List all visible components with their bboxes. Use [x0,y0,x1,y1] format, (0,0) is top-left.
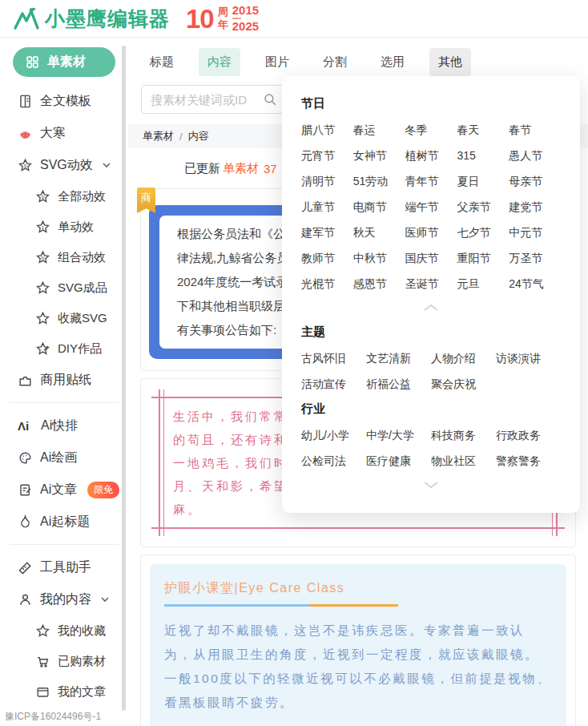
sidebar-item-full-template[interactable]: 全文模板 [0,85,128,117]
category-tag[interactable]: 物业社区 [431,454,496,469]
industry-grid: 幼儿/小学中学/大学科技商务行政政务公检司法医疗健康物业社区警察警务 [301,429,561,469]
category-tag[interactable]: 七夕节 [457,226,509,240]
app-title: 小墨鹰编辑器 [45,6,170,32]
category-tag[interactable]: 重阳节 [457,252,509,266]
sidebar-item-single-material[interactable]: 单素材 [13,47,115,77]
category-tag[interactable]: 女神节 [353,149,405,163]
category-tag[interactable]: 万圣节 [509,252,561,266]
category-tag[interactable]: 清明节 [301,175,353,189]
category-tag[interactable]: 教师节 [301,252,353,266]
category-tag[interactable]: 元旦 [457,277,509,292]
category-tag[interactable]: 科技商务 [431,429,496,443]
theme-grid: 古风怀旧文艺清新人物介绍访谈演讲活动宣传祈福公益聚会庆祝 [301,352,561,392]
app-logo[interactable]: 小墨鹰编辑器 [13,6,170,32]
tab-other[interactable]: 其他 [429,48,471,76]
category-tag[interactable]: 国庆节 [405,252,457,266]
sidebar-item-my-favorites[interactable]: 我的收藏 [0,615,128,646]
category-tag[interactable]: 警察警务 [496,454,561,469]
category-tag[interactable]: 医师节 [405,226,457,240]
sidebar-item-my-content[interactable]: 我的内容 [0,583,128,615]
category-tag[interactable]: 端午节 [405,200,457,215]
category-tag[interactable]: 祈福公益 [366,377,431,392]
expand-chevron-icon[interactable] [301,478,561,492]
sidebar-item-ai-article[interactable]: Ai文章 限免 [0,474,128,506]
anniversary-year-to: 2025 [232,20,259,33]
category-tag[interactable]: 感恩节 [353,277,405,292]
sidebar-item-label: 大寒 [40,125,66,142]
svg-text:S: S [24,163,27,168]
tab-image[interactable]: 图片 [256,48,298,76]
material-card-eyecare[interactable]: 护眼小课堂|Eye Care Class 近视了却不戴眼镜，这岂不是讳疾忌医。专… [140,555,576,726]
sidebar-item-ai-paint[interactable]: Ai绘画 [0,442,128,474]
category-tag[interactable]: 51劳动 [353,175,405,189]
category-tag[interactable]: 青年节 [405,175,457,189]
category-tag[interactable]: 建党节 [509,200,561,215]
category-tag[interactable]: 元宵节 [301,149,353,163]
sidebar-item-dahan[interactable]: 大寒 [0,117,128,149]
sidebar-item-ai-layout[interactable]: Λi Ai快排 [0,409,128,442]
sidebar-item-svg-finished[interactable]: SVG成品 [0,272,128,303]
sidebar-item-diy-works[interactable]: DIY作品 [0,333,128,364]
category-tag[interactable]: 幼儿/小学 [301,429,366,443]
category-tag[interactable]: 腊八节 [301,123,353,138]
category-tag[interactable]: 母亲节 [509,175,561,189]
category-tag[interactable]: 医疗健康 [366,454,431,469]
category-tag[interactable]: 建军节 [301,226,353,240]
category-tag[interactable]: 24节气 [509,277,561,292]
sidebar-item-all-anim[interactable]: S 全部动效 [0,181,128,212]
category-tag[interactable]: 光棍节 [301,277,353,292]
collapse-chevron-icon[interactable] [301,300,561,315]
sidebar-item-purchased[interactable]: 已购素材 [0,646,128,676]
category-tag[interactable]: 秋天 [353,226,405,240]
logo-eagle-icon [13,6,40,30]
tab-title[interactable]: 标题 [141,48,183,76]
category-tag[interactable]: 人物介绍 [431,352,496,366]
category-tag[interactable]: 父亲节 [457,200,509,215]
category-tag[interactable]: 春天 [457,123,509,138]
sidebar-item-single-anim[interactable]: 1 单动效 [0,212,128,242]
search-box[interactable] [141,85,285,114]
category-tag[interactable]: 中元节 [509,226,561,240]
category-tag[interactable]: 春运 [353,123,405,138]
category-tag[interactable]: 315 [457,149,509,163]
svg-text:N: N [41,256,44,260]
search-input[interactable] [149,92,258,107]
category-tag[interactable]: 圣诞节 [405,277,457,292]
search-icon[interactable] [263,92,277,107]
category-tag[interactable]: 电商节 [353,200,405,215]
sidebar-item-label: 我的收藏 [58,623,106,639]
category-tag[interactable]: 植树节 [405,149,457,163]
category-tag[interactable]: 冬季 [405,123,457,138]
sidebar-item-label: 全文模板 [40,93,91,110]
category-tag[interactable]: 文艺清新 [366,352,431,366]
category-tag[interactable]: 活动宣传 [301,377,366,392]
sidebar-scrollbar[interactable] [122,46,126,711]
sidebar-item-stickers[interactable]: 商用贴纸 [0,364,128,396]
sidebar-item-svg-anim[interactable]: S SVG动效 [0,149,128,181]
category-tabs: 标题 内容 图片 分割 选用 其他 [128,38,588,76]
dahan-seasonal-icon [18,126,33,141]
sidebar-item-combo-anim[interactable]: N 组合动效 [0,242,128,272]
tab-divider[interactable]: 分割 [314,48,356,76]
sidebar-item-ai-title[interactable]: Ai起标题 [0,506,128,538]
eyecare-title: 护眼小课堂|Eye Care Class [164,580,552,597]
category-tag[interactable]: 古风怀旧 [301,352,366,366]
sidebar-item-label: 工具助手 [40,559,91,576]
category-tag[interactable]: 中学/大学 [366,429,431,443]
category-tag[interactable]: 行政政务 [496,429,561,443]
tab-content[interactable]: 内容 [199,48,240,76]
category-tag[interactable]: 夏日 [457,175,509,189]
sidebar-item-tools[interactable]: 工具助手 [0,551,128,583]
tab-quote[interactable]: 选用 [372,48,413,76]
category-tag[interactable]: 春节 [509,123,561,138]
star-n-icon: N [35,250,50,265]
category-tag[interactable]: 访谈演讲 [496,352,561,366]
category-tag[interactable]: 聚会庆祝 [431,377,496,392]
breadcrumb-root[interactable]: 单素材 [143,129,174,143]
sidebar-item-fav-svg[interactable]: 收藏SVG [0,303,128,333]
category-tag[interactable]: 儿童节 [301,200,353,215]
sidebar-item-my-articles[interactable]: 我的文章 [0,676,128,707]
category-tag[interactable]: 公检司法 [301,454,366,469]
category-tag[interactable]: 中秋节 [353,252,405,266]
category-tag[interactable]: 愚人节 [509,149,561,163]
